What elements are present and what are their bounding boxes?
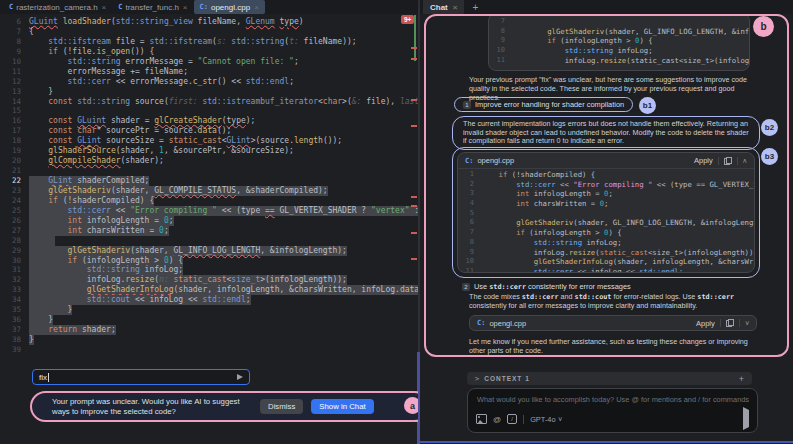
code-line: 9 if (infologLength > 0) { bbox=[489, 36, 749, 46]
send-icon[interactable] bbox=[743, 410, 749, 428]
code-block-filename: opengl.cpp bbox=[477, 156, 514, 165]
code-line: 37 return shader; bbox=[0, 325, 418, 335]
prompt-toolbar: @ / GPT-4o > bbox=[476, 410, 749, 428]
collapse-icon[interactable]: > bbox=[741, 158, 749, 162]
code-line: 23 glGetShaderiv(shader, GL_COMPILE_STAT… bbox=[0, 186, 418, 196]
code-line: 7 bbox=[489, 17, 749, 27]
chat-context-code-block[interactable]: 78 glGetShaderiv(shader, GL_INFO_LOG_LEN… bbox=[488, 14, 750, 71]
code-line: 11 std::cerr << infoLog << std::endl; bbox=[458, 267, 754, 273]
tab-rasterization_camera.h[interactable]: Crasterization_camera.h× bbox=[3, 0, 112, 14]
ide-window: Crasterization_camera.h×Ctransfer_func.h… bbox=[0, 0, 793, 444]
code-line: 5 bbox=[458, 209, 754, 219]
tab-opengl.cpp[interactable]: C:opengl.cpp× bbox=[194, 0, 265, 14]
c-file-icon: C bbox=[9, 3, 13, 11]
apply-button[interactable]: Apply bbox=[694, 156, 713, 165]
annotation-b2-outline: The current implementation logs errors b… bbox=[452, 116, 760, 150]
close-icon[interactable]: × bbox=[453, 3, 458, 12]
error-stripe-mark[interactable] bbox=[411, 258, 417, 260]
annotation-badge-b: b bbox=[753, 16, 774, 37]
ai-suggestion-notification: Your prompt was unclear. Would you like … bbox=[30, 391, 418, 422]
error-stripe-mark[interactable] bbox=[411, 125, 417, 127]
chat-tab-label: Chat bbox=[430, 3, 448, 12]
attach-image-icon[interactable] bbox=[476, 414, 487, 424]
error-stripe-mark[interactable] bbox=[411, 232, 417, 234]
expand-icon[interactable]: > bbox=[743, 321, 751, 325]
c-file-icon: C bbox=[118, 3, 122, 11]
send-icon[interactable] bbox=[237, 374, 243, 380]
code-line: 8 std::string infoLog; bbox=[458, 238, 754, 248]
code-line: 10 std::string errorMessage = "Cannot op… bbox=[0, 57, 418, 67]
code-line: 9 if (!file.is_open()) { bbox=[0, 47, 418, 57]
copy-icon[interactable] bbox=[724, 157, 732, 165]
tab-chat[interactable]: Chat × bbox=[423, 0, 464, 14]
code-line: 10 glGetShaderInfoLog(shader, infologLen… bbox=[458, 257, 754, 267]
code-line: 35 } bbox=[0, 305, 418, 315]
code-line: 24 if (!shaderCompiled) { bbox=[0, 196, 418, 206]
close-icon[interactable]: × bbox=[183, 3, 188, 12]
code-line: 30 if (infologLength > 0) { bbox=[0, 256, 418, 266]
code-line: 2 std::cerr << "Error compiling " << (ty… bbox=[458, 180, 754, 190]
code-line: 14 const std::string source(first: std::… bbox=[0, 97, 418, 107]
error-stripe-mark[interactable] bbox=[411, 99, 417, 101]
error-stripe-mark[interactable] bbox=[411, 58, 417, 60]
annotation-b3-outline: C: opengl.cpp Apply > 1 if (!shaderCompi… bbox=[452, 147, 760, 278]
command-icon[interactable]: / bbox=[507, 414, 517, 424]
code-line: 22 GLint shaderCompiled; bbox=[0, 176, 418, 186]
add-context-icon[interactable]: + bbox=[739, 374, 744, 384]
model-name: GPT-4o bbox=[530, 415, 555, 424]
notification-message: Your prompt was unclear. Would you like … bbox=[52, 397, 246, 416]
code-line: 39 bbox=[0, 345, 418, 355]
close-icon[interactable]: × bbox=[102, 3, 107, 12]
apply-button[interactable]: Apply bbox=[696, 319, 715, 328]
show-in-chat-button[interactable]: Show in Chat bbox=[311, 399, 373, 414]
mention-icon[interactable]: @ bbox=[493, 415, 501, 424]
code-line: 25 std::cerr << "Error compiling " << (t… bbox=[0, 206, 418, 216]
code-block-body[interactable]: 1 if (!shaderCompiled) {2 std::cerr << "… bbox=[458, 169, 754, 273]
code-line: 26 int infologLength = 0; bbox=[0, 216, 418, 226]
code-line: 8 glGetShaderiv(shader, GL_INFO_LOG_LENG… bbox=[489, 27, 749, 37]
inline-prompt-value: fix bbox=[39, 373, 47, 382]
code-line: 6 glGetShaderiv(shader, GL_INFO_LOG_LENG… bbox=[458, 218, 754, 228]
chat-prompt-input[interactable]: What would you like to accomplish today?… bbox=[467, 388, 758, 433]
code-line: 11 errorMessage += fileName; bbox=[0, 67, 418, 77]
cpp-file-icon: C: bbox=[465, 157, 473, 165]
error-stripe-mark[interactable] bbox=[411, 205, 417, 207]
collapsed-code-block: C: opengl.cpp Apply > bbox=[469, 315, 757, 331]
annotation-b1-outline: 1 Improve error handling for shader comp… bbox=[454, 97, 633, 112]
chevron-right-icon: > bbox=[475, 375, 479, 383]
inline-ai-prompt-input[interactable]: fix bbox=[32, 369, 250, 385]
cpp-file-icon: C: bbox=[200, 3, 208, 11]
code-editor[interactable]: 6GLuint loadShader(std::string_view file… bbox=[0, 17, 418, 355]
suggestion2-body: The code mixes std::cerr and std::cout f… bbox=[469, 293, 767, 311]
tab-transfer_func.h[interactable]: Ctransfer_func.h× bbox=[112, 0, 193, 14]
code-line: 19 glShaderSource(shader, 1, &sourcePtr,… bbox=[0, 146, 418, 156]
annotation-b-outline: 78 glGetShaderiv(shader, GL_INFO_LOG_LEN… bbox=[424, 14, 789, 357]
error-stripe-mark[interactable] bbox=[411, 47, 417, 49]
suggestion1-title: Improve error handling for shader compil… bbox=[475, 100, 624, 109]
annotation-badge-a: a bbox=[404, 397, 418, 414]
code-line: 3 int infologLength = 0; bbox=[458, 189, 754, 199]
code-line: 9 infoLog.resize(static_cast<size_t>(inf… bbox=[458, 248, 754, 258]
tab-label: opengl.cpp bbox=[211, 3, 250, 12]
code-line: 4 int charsWritten = 0; bbox=[458, 199, 754, 209]
divider bbox=[720, 319, 721, 327]
code-line: 13 } bbox=[0, 87, 418, 97]
context-section-header[interactable]: > CONTEXT 1 + bbox=[467, 372, 752, 385]
chat-code-block: C: opengl.cpp Apply > 1 if (!shaderCompi… bbox=[457, 152, 755, 273]
copy-icon[interactable] bbox=[726, 319, 734, 327]
close-icon[interactable]: × bbox=[254, 3, 259, 12]
new-chat-icon[interactable]: + bbox=[472, 2, 478, 13]
code-block-header: C: opengl.cpp Apply > bbox=[458, 153, 754, 169]
code-line: 33 glGetShaderInfoLog(shader, infologLen… bbox=[0, 285, 418, 295]
model-selector[interactable]: GPT-4o > bbox=[530, 415, 562, 424]
error-stripe-mark[interactable] bbox=[411, 196, 417, 198]
inspections-error-badge[interactable]: 9+ bbox=[401, 15, 414, 24]
text-caret bbox=[48, 373, 49, 382]
code-line: 20 glCompileShader(shader); bbox=[0, 156, 418, 166]
code-line: 32 infoLog.resize(n: static_cast<size_t>… bbox=[0, 275, 418, 285]
dismiss-button[interactable]: Dismiss bbox=[260, 399, 303, 414]
code-block-filename: opengl.cpp bbox=[489, 319, 526, 328]
code-line: 16 const GLuint shader = glCreateShader(… bbox=[0, 116, 418, 126]
code-line: 18 const GLint sourceSize = static_cast<… bbox=[0, 136, 418, 146]
context-count: 1 bbox=[525, 375, 529, 382]
